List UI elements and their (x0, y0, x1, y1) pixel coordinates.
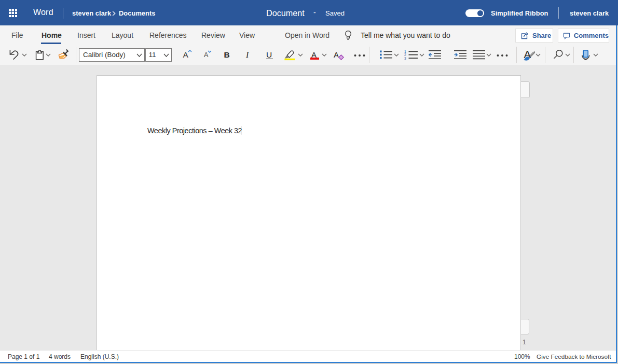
svg-text:3: 3 (404, 57, 406, 60)
